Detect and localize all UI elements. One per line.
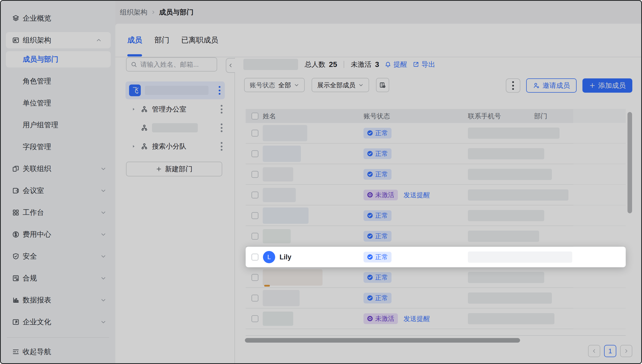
tree-collapse-handle[interactable] bbox=[226, 58, 235, 73]
member-search-box bbox=[126, 57, 217, 72]
prev-page-button[interactable] bbox=[588, 345, 600, 357]
avatar-remnant-mark bbox=[264, 285, 270, 287]
vertical-scrollbar[interactable] bbox=[627, 112, 632, 213]
status-badge-label: 正常 bbox=[375, 129, 388, 137]
account-status-filter[interactable]: 账号状态 全部 bbox=[244, 78, 305, 92]
sidebar-item-角色管理[interactable]: 角色管理 bbox=[1, 70, 115, 92]
caret-right-icon[interactable] bbox=[132, 144, 136, 148]
status-badge-normal: 正常 bbox=[364, 148, 392, 159]
sidebar-item-数据报表[interactable]: 数据报表 bbox=[1, 289, 115, 311]
member-name: Lily bbox=[280, 253, 291, 261]
table-row[interactable]: 正常详情 bbox=[246, 144, 626, 164]
department-name-redacted bbox=[152, 123, 198, 132]
column-settings-button[interactable] bbox=[376, 78, 389, 92]
row-checkbox[interactable] bbox=[252, 274, 258, 281]
sidebar-item-单位管理[interactable]: 单位管理 bbox=[1, 92, 115, 114]
sidebar-item-用户组管理[interactable]: 用户组管理 bbox=[1, 114, 115, 136]
send-remind-link[interactable]: 发送提醒 bbox=[403, 314, 430, 323]
sidebar-item-字段管理[interactable]: 字段管理 bbox=[1, 136, 115, 158]
row-checkbox[interactable] bbox=[252, 233, 258, 240]
table-row[interactable]: 正常详情 bbox=[246, 226, 626, 247]
row-checkbox[interactable] bbox=[252, 191, 258, 198]
table-row-lily[interactable]: LLily正常详情 bbox=[246, 247, 626, 267]
tab-strip: 成员 部门 已离职成员 bbox=[115, 24, 641, 57]
member-scope-filter[interactable]: 展示全部成员 bbox=[312, 78, 369, 92]
search-input[interactable] bbox=[140, 61, 213, 68]
sidebar-item-企业文化[interactable]: 企业文化 bbox=[1, 311, 115, 333]
table-row[interactable]: 未激活发送提醒详情 bbox=[246, 309, 626, 329]
sidebar-item-费用中心[interactable]: 费用中心 bbox=[1, 223, 115, 245]
table-row[interactable]: 正常详情 bbox=[246, 123, 626, 144]
tree-node-more-icon[interactable] bbox=[220, 142, 223, 151]
send-remind-link[interactable]: 发送提醒 bbox=[403, 190, 430, 199]
row-checkbox[interactable] bbox=[252, 212, 258, 219]
check-circle-icon bbox=[367, 274, 373, 280]
tab-members[interactable]: 成员 bbox=[127, 24, 142, 57]
row-checkbox[interactable] bbox=[252, 171, 258, 178]
check-circle-icon bbox=[367, 295, 373, 301]
chevron-down-icon bbox=[101, 166, 106, 172]
chevron-up-icon bbox=[96, 37, 102, 43]
status-badge-label: 未激活 bbox=[375, 191, 394, 199]
culture-icon bbox=[12, 318, 20, 326]
sidebar-item-安全[interactable]: 安全 bbox=[1, 245, 115, 267]
linked-org-icon bbox=[12, 165, 20, 173]
next-page-button[interactable] bbox=[620, 345, 632, 357]
row-checkbox[interactable] bbox=[252, 315, 258, 322]
row-checkbox[interactable] bbox=[252, 130, 258, 136]
tree-root-org[interactable]: 飞 bbox=[125, 81, 225, 99]
add-member-button[interactable]: 添加成员 bbox=[582, 78, 632, 93]
sidebar-item-企业概览[interactable]: 企业概览 bbox=[1, 7, 115, 29]
tree-node-搜索小分队[interactable]: 搜索小分队 bbox=[125, 138, 225, 154]
member-name-redacted bbox=[263, 146, 301, 162]
org-more-icon[interactable] bbox=[218, 86, 221, 95]
sidebar-item-label: 企业文化 bbox=[23, 317, 101, 327]
collapse-nav-button[interactable]: 收起导航 bbox=[1, 341, 115, 363]
tree-node-more-icon[interactable] bbox=[220, 123, 223, 132]
remind-link[interactable]: 提醒 bbox=[385, 60, 407, 69]
caret-right-icon[interactable] bbox=[132, 107, 136, 111]
table-row[interactable]: 正常详情 bbox=[246, 205, 626, 226]
workbench-icon bbox=[12, 209, 20, 216]
sidebar-divider bbox=[7, 337, 109, 338]
tree-node-more-icon[interactable] bbox=[220, 105, 223, 114]
select-all-checkbox[interactable] bbox=[252, 113, 258, 119]
row-checkbox[interactable] bbox=[252, 150, 258, 157]
row-checkbox[interactable] bbox=[252, 295, 258, 301]
status-badge-label: 正常 bbox=[375, 253, 388, 261]
row-checkbox[interactable] bbox=[252, 254, 258, 260]
phone-redacted bbox=[468, 189, 568, 201]
sidebar-item-关联组织[interactable]: 关联组织 bbox=[1, 158, 115, 180]
sidebar-nav-list: 企业概览组织架构成员与部门角色管理单位管理用户组管理字段管理关联组织会议室工作台… bbox=[1, 7, 115, 333]
sidebar-item-工作台[interactable]: 工作台 bbox=[1, 202, 115, 223]
chevron-down-icon bbox=[101, 297, 106, 303]
export-link[interactable]: 导出 bbox=[413, 60, 435, 69]
table-row[interactable]: 未激活发送提醒详情 bbox=[246, 185, 626, 205]
sidebar-item-label: 工作台 bbox=[23, 208, 101, 217]
table-row[interactable]: 正常详情 bbox=[246, 164, 626, 185]
member-name-redacted bbox=[263, 188, 296, 202]
sidebar-item-合规[interactable]: 合规 bbox=[1, 267, 115, 289]
sidebar-item-组织架构[interactable]: 组织架构 bbox=[6, 32, 111, 48]
tree-node-管理办公室[interactable]: 管理办公室 bbox=[125, 101, 225, 117]
table-row[interactable]: 正常详情 bbox=[246, 288, 626, 309]
new-department-button[interactable]: 新建部门 bbox=[126, 162, 222, 176]
action-buttons: 邀请成员 添加成员 bbox=[506, 78, 632, 93]
sidebar-item-成员与部门[interactable]: 成员与部门 bbox=[6, 51, 111, 67]
status-badge-normal: 正常 bbox=[364, 169, 392, 180]
col-department: 部门 bbox=[534, 111, 547, 120]
tab-resigned-members[interactable]: 已离职成员 bbox=[181, 24, 218, 57]
sidebar-item-label: 合规 bbox=[23, 273, 101, 283]
status-badge-normal: 正常 bbox=[364, 231, 392, 242]
tab-departments[interactable]: 部门 bbox=[155, 24, 169, 57]
page-1-button[interactable]: 1 bbox=[604, 345, 616, 357]
table-row[interactable]: 正常详情 bbox=[246, 267, 626, 288]
tree-node-redacted[interactable] bbox=[125, 120, 225, 136]
sidebar-item-会议室[interactable]: 会议室 bbox=[1, 180, 115, 202]
more-actions-button[interactable] bbox=[506, 78, 520, 93]
col-name: 姓名 bbox=[263, 111, 276, 120]
status-badge-label: 正常 bbox=[375, 149, 388, 158]
invite-member-button[interactable]: 邀请成员 bbox=[526, 78, 577, 93]
breadcrumb-section[interactable]: 组织架构 bbox=[120, 8, 147, 17]
horizontal-scrollbar[interactable] bbox=[245, 338, 520, 343]
